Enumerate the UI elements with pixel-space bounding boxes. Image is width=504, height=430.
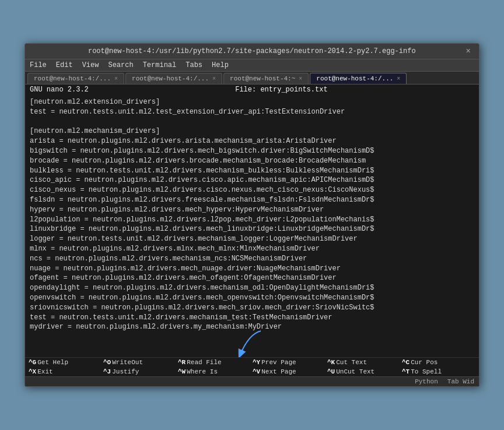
title-bar: root@new-host-4:/usr/lib/python2.7/site-… <box>25 44 479 59</box>
nano-header: GNU nano 2.3.2 File: entry_points.txt <box>25 84 479 95</box>
cmd-cur-pos[interactable]: ^C Cur Pos <box>402 359 475 366</box>
menu-search[interactable]: Search <box>108 61 133 69</box>
cmd-cut-text-key: ^K <box>327 359 335 366</box>
cmd-uncut-text-key: ^U <box>327 368 335 375</box>
menu-terminal[interactable]: Terminal <box>143 61 177 69</box>
cmd-cut-text[interactable]: ^K Cut Text <box>327 359 401 366</box>
cmd-writeout-label: WriteOut <box>112 359 143 366</box>
cmd-read-file[interactable]: ^R Read File <box>178 359 251 366</box>
tab-0-label: root@new-host-4:/... <box>34 75 111 82</box>
cmd-prev-page-label: Prev Page <box>261 359 296 366</box>
cmd-cur-pos-label: Cur Pos <box>411 359 438 366</box>
tab-0[interactable]: root@new-host-4:/... × <box>27 73 124 84</box>
cmd-cur-pos-key: ^C <box>402 359 410 366</box>
cmd-where-is-label: Where Is <box>187 368 218 375</box>
cmd-get-help-key: ^G <box>29 359 36 366</box>
cmd-get-help-label: Get Help <box>37 359 68 366</box>
status-bar: Python Tab Wid <box>25 376 479 386</box>
cmd-prev-page[interactable]: ^Y Prev Page <box>253 359 326 366</box>
tab-2-close[interactable]: × <box>299 76 302 82</box>
cmd-prev-page-key: ^Y <box>253 359 260 366</box>
menu-help[interactable]: Help <box>212 61 229 69</box>
window-title: root@new-host-4:/usr/lib/python2.7/site-… <box>40 47 464 55</box>
cmd-cut-text-label: Cut Text <box>336 359 367 366</box>
cmd-exit-key: ^X <box>29 368 36 375</box>
cmd-where-is[interactable]: ^W Where Is <box>178 368 251 375</box>
cmd-exit[interactable]: ^X Exit <box>29 368 102 375</box>
tab-width-indicator[interactable]: Tab Wid <box>447 378 474 385</box>
cmd-justify[interactable]: ^J Justify <box>103 368 177 375</box>
menu-bar: File Edit View Search Terminal Tabs Help <box>25 59 479 72</box>
arrow-area <box>25 340 479 357</box>
cmd-uncut-text-label: UnCut Text <box>336 368 374 375</box>
menu-tabs[interactable]: Tabs <box>186 61 202 69</box>
cmd-to-spell[interactable]: ^T To Spell <box>402 368 475 375</box>
tab-3-close[interactable]: × <box>397 76 400 82</box>
cmd-next-page-label: Next Page <box>261 368 296 375</box>
tab-2-label: root@new-host-4:~ <box>230 75 295 82</box>
cmd-writeout-key: ^O <box>103 359 111 366</box>
arrow-icon <box>229 328 275 357</box>
cmd-read-file-label: Read File <box>187 359 221 366</box>
cmd-next-page[interactable]: ^V Next Page <box>253 368 326 375</box>
tab-2[interactable]: root@new-host-4:~ × <box>223 73 309 84</box>
tab-1-close[interactable]: × <box>212 76 216 82</box>
cmd-justify-label: Justify <box>112 368 139 375</box>
nano-version: GNU nano 2.3.2 <box>30 86 89 94</box>
bottom-bar-row1: ^G Get Help ^O WriteOut ^R Read File ^Y … <box>25 357 479 367</box>
tab-3[interactable]: root@new-host-4:/... × <box>310 73 407 84</box>
tab-3-label: root@new-host-4:/... <box>316 75 393 82</box>
cmd-to-spell-label: To Spell <box>411 368 442 375</box>
menu-file[interactable]: File <box>30 61 47 69</box>
nano-filename: File: entry_points.txt <box>89 86 474 94</box>
language-indicator[interactable]: Python <box>415 378 438 385</box>
terminal-window: root@new-host-4:/usr/lib/python2.7/site-… <box>24 43 480 387</box>
cmd-to-spell-key: ^T <box>402 368 410 375</box>
tabs-bar: root@new-host-4:/... × root@new-host-4:/… <box>25 72 479 84</box>
bottom-bar-row2: ^X Exit ^J Justify ^W Where Is ^V Next P… <box>25 367 479 376</box>
editor-area[interactable]: [neutron.ml2.extension_drivers] test = n… <box>25 95 479 340</box>
cmd-read-file-key: ^R <box>178 359 186 366</box>
cmd-where-is-key: ^W <box>178 368 186 375</box>
cmd-exit-label: Exit <box>37 368 52 375</box>
tab-1[interactable]: root@new-host-4:/... × <box>125 73 222 84</box>
cmd-next-page-key: ^V <box>253 368 260 375</box>
cmd-uncut-text[interactable]: ^U UnCut Text <box>327 368 401 375</box>
cmd-get-help[interactable]: ^G Get Help <box>29 359 102 366</box>
tab-0-close[interactable]: × <box>114 76 118 82</box>
close-button[interactable]: × <box>464 47 473 56</box>
cmd-writeout[interactable]: ^O WriteOut <box>103 359 177 366</box>
cmd-justify-key: ^J <box>103 368 111 375</box>
menu-edit[interactable]: Edit <box>56 61 73 69</box>
tab-1-label: root@new-host-4:/... <box>132 75 209 82</box>
menu-view[interactable]: View <box>82 61 99 69</box>
